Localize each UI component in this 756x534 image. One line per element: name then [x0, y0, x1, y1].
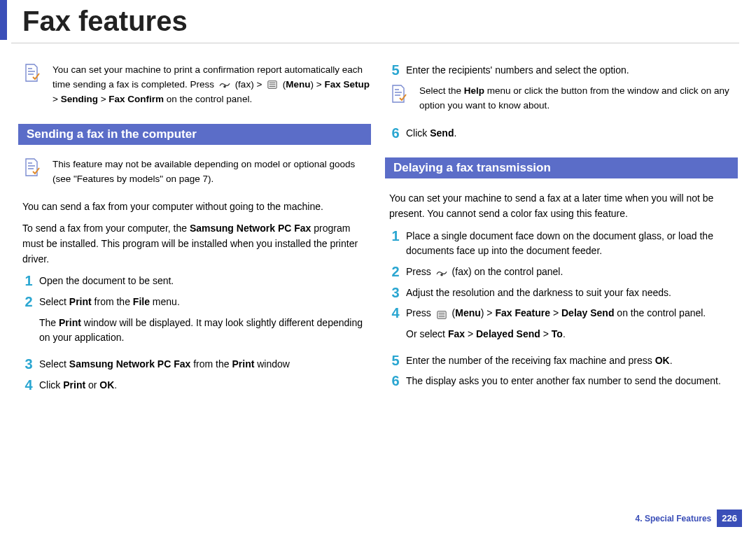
note-feature-availability: This feature may not be available depend… [18, 157, 371, 187]
text: Select [39, 296, 69, 307]
step-number: 5 [385, 63, 406, 77]
text: Select the [419, 85, 464, 96]
fax-confirm-label: Fax Confirm [108, 94, 164, 104]
note-text: This feature may not be available depend… [52, 159, 355, 184]
fax-label: Fax [448, 328, 465, 339]
chapter-label: 4. Special Features [636, 514, 712, 524]
step-body: Enter the number of the receiving fax ma… [406, 353, 738, 369]
note-text: on the control panel. [164, 94, 252, 104]
page-title: Fax features [0, 0, 756, 40]
text: Click [39, 379, 63, 391]
note-icon [23, 63, 40, 83]
note-icon [390, 84, 407, 104]
menu-label: Menu [455, 307, 481, 318]
fax-icon [218, 80, 231, 90]
text: . [454, 127, 456, 139]
step-6: 6 Click Send. [385, 126, 738, 141]
step-body: Open the document to be sent. [39, 274, 371, 289]
text: . [563, 328, 566, 339]
text: The [39, 317, 59, 328]
menu-label: Menu [286, 79, 310, 90]
print-label: Print [59, 317, 81, 328]
to-label: To [552, 328, 563, 339]
text: window will be displayed. It may look sl… [39, 317, 363, 344]
page-number: 226 [717, 510, 742, 527]
section-heading-sending-computer: Sending a fax in the computer [18, 124, 371, 145]
page-footer: 4. Special Features 226 [636, 510, 742, 527]
body-paragraph: To send a fax from your computer, the Sa… [22, 221, 371, 267]
text: (fax) on the control panel. [452, 266, 564, 277]
text: from the [190, 358, 232, 370]
delay-step-4: 4 Press (Menu) > Fax Feature > Delay Sen… [385, 306, 738, 347]
step-number: 3 [385, 286, 406, 300]
step-number: 4 [18, 378, 39, 392]
delay-step-5: 5 Enter the number of the receiving fax … [385, 353, 738, 369]
step-number: 1 [385, 229, 406, 243]
text: Press [406, 266, 434, 277]
right-column: 5 Enter the recipients' numbers and sele… [378, 57, 745, 398]
left-column: You can set your machine to print a conf… [11, 57, 378, 398]
program-name: Samsung Network PC Fax [190, 223, 312, 234]
step-4: 4 Click Print or OK. [18, 378, 371, 393]
print-label: Print [69, 296, 92, 307]
step-body: Press (fax) on the control panel. [406, 265, 738, 280]
step-body: Adjust the resolution and the darkness t… [406, 286, 738, 301]
help-label: Help [464, 85, 484, 96]
step-number: 4 [385, 306, 406, 320]
section-heading-delaying: Delaying a fax transmission [385, 157, 738, 178]
menu-icon [266, 80, 279, 90]
print-label: Print [232, 358, 254, 370]
body-paragraph: You can send a fax from your computer wi… [22, 199, 371, 215]
ok-label: OK [655, 355, 670, 366]
fax-setup-label: Fax Setup [324, 79, 370, 90]
note-icon [23, 157, 40, 177]
step-5: 5 Enter the recipients' numbers and sele… [385, 63, 738, 78]
content-columns: You can set your machine to print a conf… [0, 57, 756, 398]
text: . [670, 355, 673, 366]
text: To send a fax from your computer, the [22, 223, 190, 234]
text: menu. [150, 296, 180, 307]
step-number: 2 [18, 295, 39, 309]
note-text: > [98, 94, 108, 104]
step-body: Click Print or OK. [39, 378, 371, 393]
title-divider [11, 43, 739, 43]
send-label: Send [430, 127, 454, 139]
note-text: (fax) > [235, 79, 265, 90]
delay-step-2: 2 Press (fax) on the control panel. [385, 265, 738, 280]
text: Enter the number of the receiving fax ma… [406, 355, 655, 366]
step-body: Place a single document face down on the… [406, 229, 738, 259]
note-confirmation-report: You can set your machine to print a conf… [18, 63, 371, 107]
ok-label: OK [99, 379, 114, 391]
step-number: 6 [385, 374, 406, 388]
body-paragraph: You can set your machine to send a fax a… [389, 191, 738, 221]
step-number: 3 [18, 357, 39, 371]
step-number: 6 [385, 126, 406, 140]
delay-step-1: 1 Place a single document face down on t… [385, 229, 738, 259]
program-name: Samsung Network PC Fax [69, 358, 191, 370]
file-label: File [133, 296, 150, 307]
text: Click [406, 127, 430, 139]
step-body: The display asks you to enter another fa… [406, 374, 738, 389]
step-1: 1 Open the document to be sent. [18, 274, 371, 289]
step-number: 1 [18, 274, 39, 288]
print-label: Print [63, 379, 85, 391]
step-body: Click Send. [406, 126, 738, 141]
text: > [550, 307, 561, 318]
delay-step-3: 3 Adjust the resolution and the darkness… [385, 286, 738, 301]
delay-send-label: Delay Send [561, 307, 614, 318]
text: Or select [406, 328, 448, 339]
text: Press [406, 307, 434, 318]
svg-point-0 [223, 85, 226, 88]
text: > [465, 328, 476, 339]
text: or [85, 379, 99, 391]
menu-icon [435, 309, 448, 319]
text: Select [39, 358, 69, 370]
step-number: 2 [385, 265, 406, 279]
fax-icon [435, 267, 448, 277]
text: . [114, 379, 117, 391]
text: on the control panel. [614, 307, 706, 318]
note-help-menu: Select the Help menu or click the button… [385, 84, 738, 113]
svg-point-2 [440, 274, 443, 276]
text: from the [92, 296, 133, 307]
delay-step-6: 6 The display asks you to enter another … [385, 374, 738, 389]
